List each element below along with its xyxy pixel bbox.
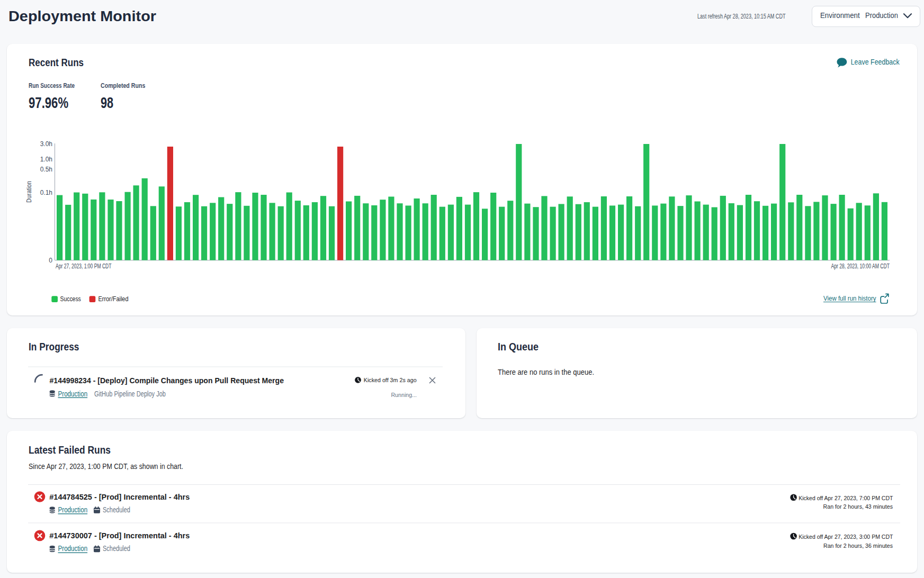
- svg-text:Last refresh Apr 28, 2023, 10:: Last refresh Apr 28, 2023, 10:15 AM CDT: [697, 12, 786, 20]
- svg-text:0.5h: 0.5h: [40, 166, 52, 173]
- svg-text:Leave Feedback: Leave Feedback: [851, 58, 900, 66]
- svg-text:97.96%: 97.96%: [29, 94, 68, 111]
- svg-text:Since Apr 27, 2023, 1:00 PM CD: Since Apr 27, 2023, 1:00 PM CDT, as show…: [29, 463, 183, 471]
- svg-text:Completed Runs: Completed Runs: [101, 82, 145, 89]
- svg-text:View full run history: View full run history: [823, 294, 876, 302]
- svg-text:#144998234 - [Deploy] Compile: #144998234 - [Deploy] Compile Changes up…: [50, 376, 284, 385]
- svg-text:Production: Production: [865, 11, 898, 20]
- svg-text:Error/Failed: Error/Failed: [98, 295, 129, 303]
- svg-text:GitHub Pipeline Deploy Job: GitHub Pipeline Deploy Job: [94, 390, 166, 398]
- svg-text:Run Success Rate: Run Success Rate: [29, 82, 75, 89]
- svg-text:Kicked off 3m 2s ago: Kicked off 3m 2s ago: [364, 377, 417, 383]
- svg-text:Apr 28, 2023, 10:00 AM CDT: Apr 28, 2023, 10:00 AM CDT: [831, 263, 890, 270]
- svg-text:1.0h: 1.0h: [40, 156, 52, 163]
- svg-text:Recent Runs: Recent Runs: [29, 57, 84, 68]
- svg-text:#144784525 - [Prod] Incrementa: #144784525 - [Prod] Incremental - 4hrs: [49, 492, 190, 501]
- svg-text:Production: Production: [58, 545, 88, 553]
- svg-text:3.0h: 3.0h: [40, 140, 52, 148]
- svg-text:Latest Failed Runs: Latest Failed Runs: [29, 444, 111, 456]
- svg-text:Ran for 2 hours, 43 minutes: Ran for 2 hours, 43 minutes: [823, 503, 893, 510]
- svg-text:Kicked off Apr 27, 2023, 3:00: Kicked off Apr 27, 2023, 3:00 PM CDT: [799, 533, 893, 540]
- svg-text:Production: Production: [58, 390, 88, 398]
- svg-text:There are no runs in the queue: There are no runs in the queue.: [498, 368, 594, 376]
- svg-text:Success: Success: [60, 295, 82, 303]
- svg-text:Production: Production: [58, 506, 88, 514]
- svg-text:Kicked off Apr 27, 2023, 7:00: Kicked off Apr 27, 2023, 7:00 PM CDT: [799, 494, 893, 502]
- svg-text:#144730007 - [Prod] Incrementa: #144730007 - [Prod] Incremental - 4hrs: [49, 531, 190, 540]
- svg-text:Ran for 2 hours, 36 minutes: Ran for 2 hours, 36 minutes: [823, 542, 893, 549]
- svg-text:In Progress: In Progress: [29, 341, 79, 353]
- svg-text:Deployment Monitor: Deployment Monitor: [8, 8, 156, 24]
- svg-text:0: 0: [49, 257, 52, 264]
- svg-text:Scheduled: Scheduled: [103, 545, 130, 553]
- svg-text:0.1h: 0.1h: [40, 189, 52, 196]
- svg-text:Apr 27, 2023, 1:00 PM CDT: Apr 27, 2023, 1:00 PM CDT: [56, 263, 112, 270]
- svg-text:Duration: Duration: [25, 181, 33, 203]
- svg-text:Environment: Environment: [820, 11, 860, 20]
- svg-text:98: 98: [101, 94, 113, 111]
- svg-text:In Queue: In Queue: [498, 341, 539, 353]
- svg-text:Running...: Running...: [391, 392, 417, 398]
- svg-text:Scheduled: Scheduled: [103, 506, 130, 514]
